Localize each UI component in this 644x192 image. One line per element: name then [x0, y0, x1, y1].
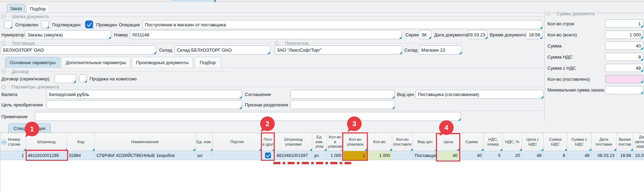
cell-batch[interactable]: [213, 151, 262, 160]
currency-field[interactable]: Белорусский рубль: [47, 90, 242, 99]
subtab-divider: [0, 68, 544, 68]
price-type-field[interactable]: Поставщика (согласованная): [415, 90, 544, 99]
totals-vat-field[interactable]: 8: [605, 53, 643, 61]
col-header-vat-percent[interactable]: НДС, %: [503, 133, 522, 151]
col-header-name[interactable]: Наименование: [95, 133, 196, 151]
totals-label-min-order: Минимальная сумма заказа: [547, 88, 604, 93]
col-header-pack-barcode[interactable]: Штрихкод упаковки: [275, 133, 312, 151]
doc-time-field[interactable]: 16:56: [526, 30, 543, 39]
purpose-label: Цель приобретения: [1, 102, 43, 107]
series-field[interactable]: ЗК: [419, 30, 431, 39]
totals-sum-field[interactable]: 40: [605, 42, 643, 50]
cell-sum-with-vat[interactable]: 48: [567, 151, 592, 160]
group-doc-params: Параметры документа: [1, 84, 543, 89]
number-field[interactable]: 0011148: [130, 30, 402, 39]
collapse-icon[interactable]: [1, 14, 6, 19]
doc-date-label: Дата документа: [434, 32, 468, 37]
col-header-pack-unit[interactable]: Ед. изм. упак: [312, 133, 327, 151]
agreement-field[interactable]: [290, 90, 395, 99]
cell-vat-sum[interactable]: 8: [544, 151, 567, 160]
subtab-extra-params[interactable]: Дополнительные параметры: [61, 57, 130, 68]
confirmed-label: Подтвержден: [52, 22, 81, 27]
col-header-delivery-time[interactable]: Время постав: [617, 133, 633, 151]
col-header-auto-close-date[interactable]: Дата автомати закрыти: [633, 133, 644, 151]
cell-price-with-vat[interactable]: 48: [522, 151, 544, 160]
posted-checkbox[interactable]: [85, 20, 93, 28]
doc-date-field[interactable]: 03.03.23: [468, 30, 488, 39]
note-field[interactable]: [35, 112, 461, 121]
col-header-qty-delivered[interactable]: Кол-во (поставле: [392, 133, 413, 151]
group-buyer: Покупатель: [274, 41, 462, 45]
purpose-field[interactable]: [47, 100, 242, 109]
collapse-icon[interactable]: [274, 41, 279, 45]
annotation-rect-2: [261, 132, 275, 161]
cell-line-number[interactable]: 1: [0, 151, 26, 160]
sort-icon[interactable]: [1, 139, 7, 145]
col-header-vat-number[interactable]: НДС, номер: [484, 133, 503, 151]
contract-serial-field[interactable]: [55, 74, 76, 83]
col-header-sum[interactable]: Сумма: [460, 133, 484, 151]
operation-field[interactable]: Поступление в магазин от поставщика: [142, 20, 543, 29]
totals-rows-field[interactable]: 1: [605, 19, 643, 28]
supplier-warehouse-field[interactable]: Склад БЕЛХОЗТОРГ ОАО: [174, 45, 270, 54]
top-toolbar-strip: [0, 0, 644, 2]
col-header-qty-in-pack[interactable]: Кол-во в упаковк: [327, 133, 344, 151]
cell-pack-barcode[interactable]: 4810481001597: [275, 151, 312, 160]
supplier-warehouse-label: Склад: [159, 47, 172, 53]
operation-label: Операция: [119, 22, 140, 27]
commission-label: Продажа на комиссию: [90, 76, 137, 81]
supplier-field[interactable]: БЕЛХОЗТОРГ ОАО: [1, 45, 156, 54]
cell-name[interactable]: СПИЧКИ ХОЗЯЙСТВЕННЫЕ 1коробок: [95, 151, 196, 160]
confirmed-checkbox[interactable]: [41, 20, 49, 28]
doc-params-title: Параметры документа: [12, 84, 61, 89]
totals-qty-total-field[interactable]: 1 000: [605, 30, 643, 39]
cell-unit[interactable]: шт: [196, 151, 213, 160]
collapse-icon[interactable]: [1, 69, 6, 74]
cell-qty-delivered[interactable]: [392, 151, 413, 160]
collapse-icon[interactable]: [546, 11, 551, 16]
cell-sum[interactable]: 40: [460, 151, 484, 160]
sent-checkbox[interactable]: [4, 20, 12, 28]
col-header-batch[interactable]: Партия: [213, 133, 262, 151]
group-contract: Договор: [1, 69, 230, 74]
table-row[interactable]: 1 4811810001295 32864 СПИЧКИ ХОЗЯЙСТВЕНН…: [0, 151, 644, 160]
subtab-selection[interactable]: Подбор: [195, 57, 221, 68]
totals-label-rows: Кол-во строк: [547, 21, 574, 26]
collapse-icon[interactable]: [1, 41, 6, 45]
col-header-sum-with-vat[interactable]: Сумма с НДС: [567, 133, 592, 151]
col-header-price-with-vat[interactable]: Цена с НДС: [522, 133, 544, 151]
totals-label-vat: Сумма НДС: [547, 54, 572, 60]
subtab-derived-docs[interactable]: Производные документы: [132, 57, 193, 68]
cell-code[interactable]: 32864: [67, 151, 95, 160]
col-header-price-type[interactable]: Вид цен: [413, 133, 437, 151]
buyer-field[interactable]: ЗАО "ЛюксСофтТорг": [274, 45, 402, 54]
totals-min-order-field[interactable]: [605, 86, 643, 94]
division-field[interactable]: [290, 100, 395, 109]
cell-price-type[interactable]: Поставщика: [413, 151, 437, 160]
cell-qty[interactable]: 1 000: [367, 151, 392, 160]
buyer-warehouse-field[interactable]: Магазин 13: [419, 45, 462, 54]
col-header-unit[interactable]: Ед. изм.: [196, 133, 213, 151]
subtab-main-params[interactable]: Основные параметры: [5, 57, 60, 68]
commission-checkbox[interactable]: [79, 75, 87, 82]
note-label: Примечание: [1, 114, 27, 119]
tab-selection[interactable]: Подбор: [26, 4, 49, 13]
numerator-field[interactable]: Заказы (закупка): [25, 30, 111, 39]
cell-qty-in-pack[interactable]: 1 000: [327, 151, 344, 160]
tab-order[interactable]: Заказ: [7, 4, 25, 13]
col-header-qty[interactable]: Кол-во: [367, 133, 392, 151]
cell-delivery-time[interactable]: 16:56: [617, 151, 633, 160]
col-header-vat-sum[interactable]: Сумма НДС: [544, 133, 567, 151]
cell-pack-unit[interactable]: уп.: [312, 151, 327, 160]
collapse-icon[interactable]: [1, 85, 6, 89]
totals-sum-with-vat-field[interactable]: 48: [605, 64, 643, 72]
cell-delivery-date[interactable]: 08.03.23: [592, 151, 617, 160]
cell-vat-number[interactable]: 5: [484, 151, 503, 160]
cell-auto-close-date[interactable]: 15.03.23: [633, 151, 644, 160]
col-header-delivery-date[interactable]: Дата поставки: [592, 133, 617, 151]
col-header-line-number[interactable]: Номер строки: [0, 133, 26, 151]
cell-vat-percent[interactable]: 20: [503, 151, 522, 160]
col-header-code[interactable]: Код: [67, 133, 95, 151]
doc-time-label: Время документа: [490, 32, 527, 37]
totals-qty-delivered-field[interactable]: [605, 75, 643, 83]
